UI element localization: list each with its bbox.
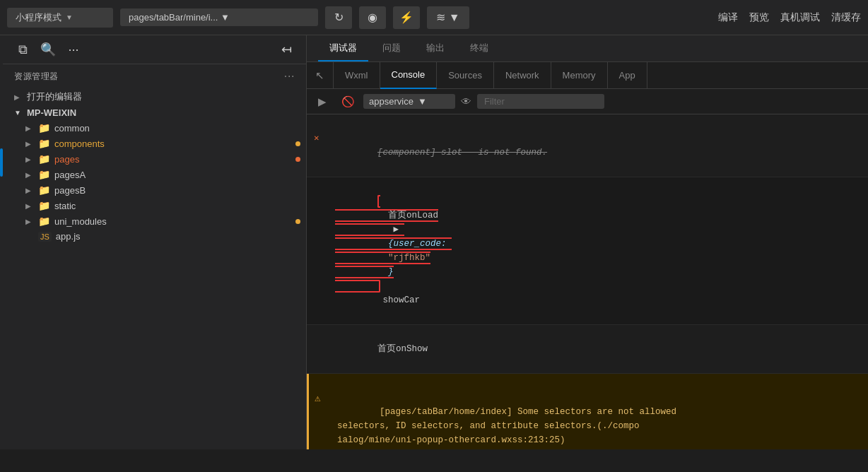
sidebar-search-icon[interactable]: 🔍 [40, 41, 57, 58]
highlight-box: 首页onLoad ▶ {user_code: "rjfhkb" } [335, 195, 452, 293]
mode-selector[interactable]: 小程序模式 ▼ [7, 8, 113, 28]
tab-issues[interactable]: 问题 [371, 36, 412, 61]
context-selector[interactable]: appservice ▼ [363, 94, 455, 109]
onload-text: 首页onLoad [388, 211, 438, 220]
uni-modules-arrow: ▶ [25, 218, 34, 225]
opened-editors-arrow: ▶ [14, 93, 23, 101]
appjs-file-icon: JS [38, 232, 52, 242]
static-folder-icon: 📁 [38, 200, 50, 211]
tab-output[interactable]: 输出 [415, 36, 456, 61]
uni-modules-label: uni_modules [54, 216, 107, 227]
arrow-text: ▶ [388, 225, 404, 235]
subtab-network[interactable]: Network [494, 62, 551, 89]
sidebar-more-icon[interactable]: ··· [65, 41, 82, 58]
pages-arrow: ▶ [25, 155, 34, 163]
console-toolbar: ▶ 🚫 appservice ▼ 👁 [307, 89, 868, 114]
tree-item-common[interactable]: ▶ 📁 common [3, 120, 306, 136]
play-button[interactable]: ▶ [312, 92, 332, 112]
cursor-icon[interactable]: ↖ [307, 62, 334, 89]
preview-action[interactable]: 预览 [749, 11, 769, 24]
uni-modules-folder-icon: 📁 [38, 216, 50, 227]
path-text: pages/tabBar/mine/i... ▼ [129, 12, 230, 23]
pagesB-arrow: ▶ [25, 187, 34, 194]
subtab-app[interactable]: App [608, 62, 647, 89]
opened-editors-label: 打开的编辑器 [27, 90, 82, 103]
tree-item-uni-modules[interactable]: ▶ 📁 uni_modules [3, 213, 306, 229]
context-arrow: ▼ [418, 96, 427, 107]
common-arrow: ▶ [25, 124, 34, 132]
tree-item-opened-editors[interactable]: ▶ 打开的编辑器 [3, 88, 306, 105]
device-debug-action[interactable]: 真机调试 [780, 11, 820, 24]
pages-dot [295, 157, 300, 162]
tree-item-pages[interactable]: ▶ 📁 pages [3, 151, 306, 167]
console-line-onshow: 首页onShow [307, 325, 868, 374]
appjs-label: app.js [56, 231, 81, 242]
context-label: appservice [369, 96, 414, 107]
tree-item-pagesB[interactable]: ▶ 📁 pagesB [3, 182, 306, 198]
common-label: common [54, 123, 90, 134]
refresh-button[interactable]: ↻ [325, 6, 352, 29]
sidebar-files-icon[interactable]: ⧉ [14, 41, 31, 58]
onshow-text: 首页onShow [377, 344, 428, 354]
str-value: "rjfhkb" [388, 253, 430, 263]
tree-item-pagesA[interactable]: ▶ 📁 pagesA [3, 167, 306, 182]
static-arrow: ▶ [25, 202, 34, 210]
top-actions: 编译 预览 真机调试 清缓存 [718, 11, 861, 24]
stop-button[interactable]: 🚫 [338, 92, 358, 112]
tree-item-components[interactable]: ▶ 📁 components [3, 136, 306, 151]
sidebar-tree: ▶ 打开的编辑器 ▼ MP-WEIXIN ▶ 📁 common ▶ 📁 comp… [3, 88, 306, 449]
mp-weixin-arrow: ▼ [14, 109, 23, 117]
path-bar[interactable]: pages/tabBar/mine/i... ▼ [120, 8, 318, 26]
preview-eye-button[interactable]: ◉ [359, 6, 386, 29]
components-folder-icon: 📁 [38, 138, 50, 149]
error-icon: ✕ [314, 131, 319, 146]
components-arrow: ▶ [25, 140, 34, 148]
mp-weixin-label: MP-WEIXIN [27, 107, 76, 118]
compile-action[interactable]: 编译 [718, 11, 738, 24]
subtab-console[interactable]: Console [380, 62, 438, 89]
tab-debugger[interactable]: 调试器 [318, 36, 368, 61]
not-found-text: [component] slot is not found. [377, 148, 547, 158]
sidebar-top-icons: ⧉ 🔍 ··· ↤ [3, 35, 306, 64]
tree-item-mp-weixin[interactable]: ▼ MP-WEIXIN [3, 105, 306, 120]
obj-close: } [388, 267, 394, 277]
tree-item-appjs[interactable]: ▶ JS app.js [3, 229, 306, 244]
more-action-icon[interactable]: ··· [284, 70, 295, 83]
devtools-subtabs: ↖ Wxml Console Sources Network Memory Ap… [307, 62, 868, 89]
sidebar-section-actions: ··· [284, 70, 295, 83]
show-car-text: showCar [377, 295, 420, 305]
obj-open: {user_code: [388, 239, 452, 249]
layers-button[interactable]: ≋ ▼ [427, 6, 469, 29]
components-label: components [54, 138, 105, 149]
sidebar-collapse-icon[interactable]: ↤ [278, 41, 295, 58]
mode-arrow: ▼ [66, 13, 73, 21]
console-line-warn-1: ⚠ [pages/tabBar/home/index] Some selecto… [307, 374, 868, 449]
mode-label: 小程序模式 [16, 11, 61, 24]
subtab-sources[interactable]: Sources [437, 62, 494, 89]
pagesA-label: pagesA [54, 170, 86, 180]
warn-text-1: [pages/tabBar/home/index] Some selectors… [337, 407, 676, 445]
main-layout: ⧉ 🔍 ··· ↤ 资源管理器 ··· ▶ 打开的编辑器 ▼ MP-WEIXIN [0, 35, 868, 449]
pagesA-arrow: ▶ [25, 171, 34, 179]
pagesB-folder-icon: 📁 [38, 184, 50, 196]
common-folder-icon: 📁 [38, 122, 50, 134]
devtools-tabs: 调试器 问题 输出 终端 [307, 35, 868, 62]
clear-cache-action[interactable]: 清缓存 [831, 11, 861, 24]
sidebar: ⧉ 🔍 ··· ↤ 资源管理器 ··· ▶ 打开的编辑器 ▼ MP-WEIXIN [3, 35, 307, 449]
sidebar-section-header: 资源管理器 ··· [3, 64, 306, 88]
tree-item-static[interactable]: ▶ 📁 static [3, 198, 306, 213]
section-label: 资源管理器 [14, 71, 59, 83]
filter-input[interactable] [477, 94, 604, 109]
eye-filter-icon[interactable]: 👁 [461, 95, 471, 107]
subtab-memory[interactable]: Memory [551, 62, 608, 89]
subtab-wxml[interactable]: Wxml [334, 62, 380, 89]
pages-label: pages [54, 154, 79, 165]
static-label: static [54, 201, 76, 211]
tab-terminal[interactable]: 终端 [459, 36, 500, 61]
console-line-not-found: ✕ [component] slot is not found. [307, 114, 868, 177]
console-output[interactable]: ✕ [component] slot is not found. 首页onLoa… [307, 114, 868, 449]
pagesA-folder-icon: 📁 [38, 169, 50, 180]
devtools-panel: 调试器 问题 输出 终端 ↖ Wxml Console Sources Netw… [307, 35, 868, 449]
debug-button[interactable]: ⚡ [393, 6, 420, 29]
console-line-onload: 首页onLoad ▶ {user_code: "rjfhkb" } showCa… [307, 177, 868, 325]
